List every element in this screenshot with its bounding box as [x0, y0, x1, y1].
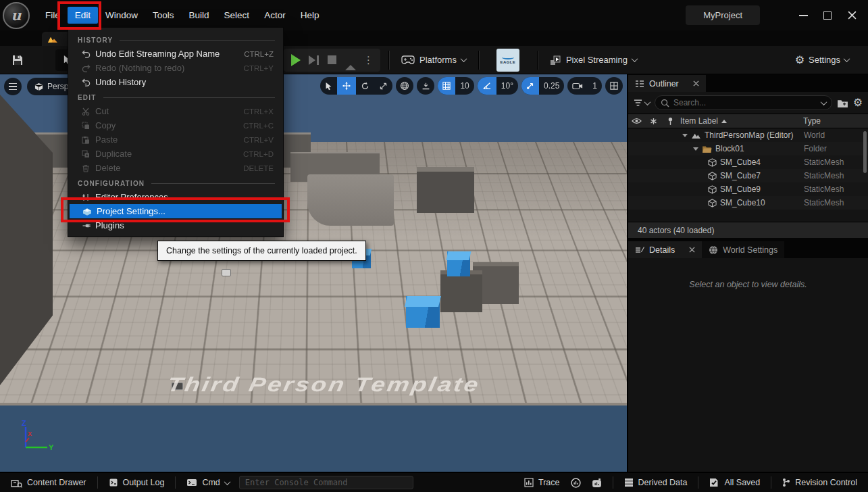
menu-item-cut[interactable]: Cut CTRL+X	[68, 104, 283, 118]
menu-tools[interactable]: Tools	[145, 7, 182, 24]
new-folder-button[interactable]	[837, 99, 848, 107]
all-saved-button[interactable]: All Saved	[704, 478, 765, 487]
camera-speed-button[interactable]	[567, 77, 588, 95]
pin-column-header[interactable]	[662, 117, 679, 126]
outliner-row-staticmesh[interactable]: SM_Cube9 StaticMesh	[628, 182, 868, 196]
output-log-button[interactable]: Output Log	[103, 478, 170, 487]
stop-icon	[328, 55, 336, 64]
trace-button[interactable]: Trace	[519, 478, 565, 487]
insights-snapshot-button[interactable]	[586, 478, 607, 488]
play-options-button[interactable]: ⋮	[359, 51, 378, 70]
rotation-snap-value[interactable]: 10°	[496, 77, 518, 95]
frame-skip-button[interactable]	[305, 51, 323, 70]
select-tool-button[interactable]	[320, 77, 337, 95]
content-drawer-button[interactable]: Content Drawer	[5, 478, 92, 488]
surface-snapping-button[interactable]	[417, 77, 434, 95]
outliner-row-world[interactable]: ThirdPersonMap (Editor) World	[628, 128, 868, 142]
outliner-row-folder[interactable]: Block01 Folder	[628, 142, 868, 155]
scale-tool-button[interactable]	[374, 77, 392, 95]
menu-select[interactable]: Select	[217, 7, 257, 24]
stop-button[interactable]	[323, 51, 341, 70]
item-label-column-header[interactable]: Item Label	[679, 116, 803, 126]
content-drawer-label: Content Drawer	[27, 478, 86, 487]
statusbar-separator	[613, 476, 613, 489]
menu-help[interactable]: Help	[293, 7, 327, 24]
collapse-arrow-icon[interactable]	[693, 147, 698, 151]
menu-item-copy[interactable]: Copy CTRL+C	[68, 118, 283, 132]
search-input[interactable]	[673, 98, 817, 107]
insights-camera-icon	[592, 478, 602, 488]
revision-control-button[interactable]: Revision Control	[777, 478, 863, 487]
settings-button[interactable]: ⚙ Settings	[791, 55, 853, 66]
menu-item-delete[interactable]: Delete DELETE	[68, 161, 283, 175]
eagle-plugin-button[interactable]: EAGLE	[496, 49, 519, 72]
rotate-tool-button[interactable]	[356, 77, 374, 95]
play-button[interactable]	[286, 51, 305, 70]
menu-item-editor-preferences[interactable]: Editor Preferences	[68, 190, 283, 204]
outliner-scrollbar[interactable]	[863, 131, 867, 173]
platforms-button[interactable]: Platforms	[397, 55, 470, 65]
pixel-streaming-button[interactable]: Pixel Streaming	[546, 55, 641, 66]
eye-icon	[632, 118, 642, 124]
details-tab-label: Details	[649, 245, 675, 255]
console-command-input[interactable]	[239, 476, 413, 489]
tab-details[interactable]: Details	[628, 241, 702, 258]
asterisk-icon	[650, 118, 657, 125]
status-bar: Content Drawer Output Log Cmd	[0, 472, 868, 492]
minimize-button[interactable]	[791, 4, 815, 27]
row-type: StaticMesh	[804, 198, 844, 207]
grid-snap-value[interactable]: 10	[455, 77, 474, 95]
outliner-row-staticmesh[interactable]: SM_Cube7 StaticMesh	[628, 169, 868, 182]
rotation-snap-button[interactable]	[478, 77, 496, 95]
camera-mode-label: Persp	[47, 82, 68, 91]
toolbar-separator	[388, 51, 389, 70]
menu-window[interactable]: Window	[98, 7, 145, 24]
eagle-label: EAGLE	[501, 60, 516, 64]
collapse-arrow-icon[interactable]	[682, 134, 688, 137]
close-tab-button[interactable]	[689, 247, 695, 253]
visibility-column-header[interactable]	[628, 118, 645, 124]
type-column-header[interactable]: Type	[803, 116, 821, 126]
menu-file[interactable]: File	[38, 7, 68, 24]
menu-item-undo[interactable]: Undo Edit Streaming App Name CTRL+Z	[68, 47, 283, 61]
menu-item-plugins[interactable]: Plugins	[68, 218, 283, 232]
close-tab-button[interactable]	[693, 80, 699, 87]
camera-speed-value[interactable]: 1	[588, 77, 602, 95]
outliner-row-staticmesh[interactable]: SM_Cube4 StaticMesh	[628, 155, 868, 169]
scale-snap-value[interactable]: 0.25	[539, 77, 564, 95]
menu-item-shortcut: CTRL+Y	[244, 64, 283, 72]
cmd-dropdown[interactable]: Cmd	[181, 478, 234, 487]
outliner-row-staticmesh[interactable]: SM_Cube10 StaticMesh	[628, 196, 868, 210]
save-button[interactable]	[5, 49, 30, 72]
save-icon	[11, 53, 24, 67]
menu-item-undo-history[interactable]: Undo History	[68, 75, 283, 89]
quad-view-icon	[610, 82, 618, 90]
close-button[interactable]	[840, 4, 864, 27]
outliner-filter-button[interactable]	[634, 99, 650, 106]
outliner-settings-button[interactable]: ⚙	[853, 97, 863, 108]
row-label: SM_Cube10	[720, 198, 765, 207]
select-column-header[interactable]	[645, 118, 662, 125]
menu-build[interactable]: Build	[182, 7, 217, 24]
world-local-space-button[interactable]	[396, 77, 413, 95]
menu-item-redo[interactable]: Redo (Nothing to redo) CTRL+Y	[68, 61, 283, 75]
viewport-layout-button[interactable]	[605, 77, 623, 95]
eject-button[interactable]	[341, 51, 359, 70]
menu-item-project-settings[interactable]: Project Settings...	[70, 204, 282, 218]
menu-item-label: Copy	[95, 120, 116, 130]
viewport-options-button[interactable]	[4, 78, 22, 95]
insights-session-button[interactable]	[565, 478, 586, 488]
maximize-button[interactable]	[815, 4, 840, 27]
move-tool-button[interactable]	[337, 77, 356, 95]
settings-label: Settings	[809, 55, 840, 65]
menu-edit[interactable]: Edit	[68, 7, 98, 24]
row-type: StaticMesh	[804, 184, 844, 194]
tab-outliner[interactable]: Outliner	[628, 75, 706, 92]
menu-item-paste[interactable]: Paste CTRL+V	[68, 132, 283, 147]
derived-data-button[interactable]: Derived Data	[619, 478, 693, 487]
grid-snap-button[interactable]	[438, 77, 455, 95]
menu-actor[interactable]: Actor	[257, 7, 293, 24]
scale-snap-button[interactable]	[521, 77, 539, 95]
tab-world-settings[interactable]: World Settings	[702, 241, 784, 258]
menu-item-duplicate[interactable]: Duplicate CTRL+D	[68, 147, 283, 161]
